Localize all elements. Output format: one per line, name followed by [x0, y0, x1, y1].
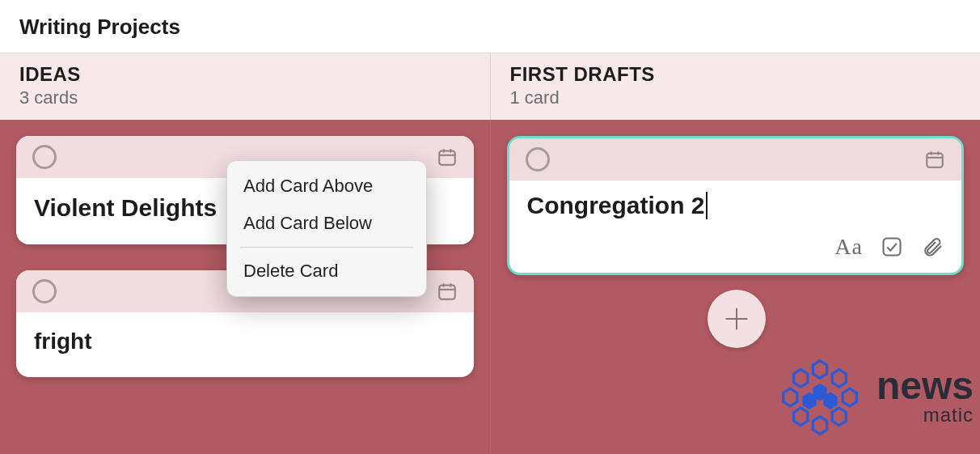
calendar-icon[interactable] — [437, 146, 458, 168]
menu-add-card-above[interactable]: Add Card Above — [227, 168, 426, 205]
card-editor-toolbar: Aa — [527, 234, 944, 260]
watermark-logo: news matic — [776, 354, 974, 441]
attachment-icon[interactable] — [921, 235, 944, 258]
column-title: FIRST DRAFTS — [510, 63, 961, 86]
logo-text-line1: news — [877, 368, 974, 403]
card-header — [509, 138, 962, 180]
svg-marker-15 — [813, 361, 826, 379]
svg-rect-4 — [439, 285, 455, 299]
calendar-icon[interactable] — [924, 149, 945, 170]
checkbox-icon[interactable] — [881, 235, 903, 258]
card-title-input[interactable]: Congregation 2 — [527, 192, 708, 219]
card-editor[interactable]: Congregation 2 Aa — [509, 180, 962, 273]
columns-header: IDEAS 3 cards FIRST DRAFTS 1 card — [0, 53, 980, 120]
text-style-icon[interactable]: Aa — [834, 234, 863, 260]
column-title: IDEAS — [19, 63, 471, 86]
svg-rect-12 — [884, 239, 901, 256]
calendar-icon[interactable] — [437, 281, 458, 302]
svg-marker-19 — [813, 417, 826, 435]
card-context-menu: Add Card Above Add Card Below Delete Car… — [226, 160, 427, 297]
menu-separator — [240, 247, 413, 248]
svg-marker-17 — [843, 388, 856, 406]
column-header-ideas[interactable]: IDEAS 3 cards — [0, 53, 491, 120]
complete-toggle-icon[interactable] — [32, 145, 57, 169]
menu-delete-card[interactable]: Delete Card — [227, 252, 426, 290]
complete-toggle-icon[interactable] — [32, 279, 57, 303]
menu-add-card-below[interactable]: Add Card Below — [227, 205, 426, 242]
complete-toggle-icon[interactable] — [526, 147, 550, 172]
card-congregation-2[interactable]: Congregation 2 Aa — [507, 136, 965, 275]
logo-mark-icon — [776, 354, 864, 441]
svg-rect-8 — [927, 153, 943, 167]
board-title: Writing Projects — [0, 0, 980, 53]
svg-rect-0 — [439, 151, 455, 164]
svg-marker-20 — [794, 408, 808, 426]
svg-marker-22 — [794, 369, 808, 387]
add-card-button[interactable] — [708, 290, 766, 348]
column-count: 3 cards — [19, 87, 471, 108]
column-count: 1 card — [510, 87, 961, 108]
svg-marker-16 — [832, 369, 846, 387]
card-title: fright — [16, 312, 474, 377]
logo-text: news matic — [877, 368, 974, 426]
svg-marker-21 — [784, 388, 797, 406]
svg-marker-18 — [832, 408, 846, 426]
column-header-first-drafts[interactable]: FIRST DRAFTS 1 card — [491, 53, 981, 120]
